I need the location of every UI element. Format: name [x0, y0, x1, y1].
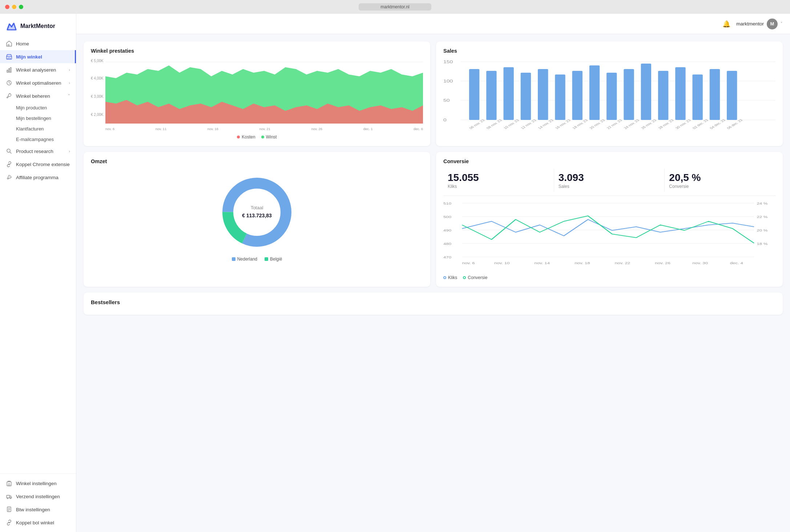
svg-text:510: 510: [443, 202, 451, 205]
sidebar-sub-mijn-producten[interactable]: Mijn producten: [0, 102, 76, 113]
sidebar-item-label-winkel-instellingen: Winkel instellingen: [16, 481, 57, 486]
sales-bar-svg: 150 100 50 0: [443, 58, 775, 138]
line-chart-container: 510 500 490 480 470 24 % 22 % 20 % 18 %: [443, 200, 775, 272]
sidebar-item-label-koppel-chrome: Koppel Chrome extensie: [16, 162, 70, 167]
donut-container: Totaal € 113.723,83 Nederland België: [91, 169, 423, 265]
svg-text:100: 100: [443, 79, 453, 83]
svg-text:08 nov. 23: 08 nov. 23: [485, 118, 503, 129]
legend-conversie-label: Conversie: [468, 275, 487, 280]
sidebar-item-winkel-instellingen[interactable]: Winkel instellingen: [0, 477, 76, 490]
svg-rect-43: [727, 71, 737, 120]
svg-text:490: 490: [443, 229, 451, 232]
minimize-button[interactable]: [12, 5, 16, 9]
svg-text:30 nov. 23: 30 nov. 23: [674, 118, 692, 129]
kliks-value: 15.055: [448, 172, 549, 184]
sidebar-item-label-home: Home: [16, 41, 29, 47]
conversie-stat-sales: 3.093 Sales: [554, 169, 665, 192]
svg-text:18 nov. 23: 18 nov. 23: [571, 118, 589, 129]
area-chart-svg: [105, 58, 423, 124]
legend-kliks-label: Kliks: [448, 275, 457, 280]
kliks-label: Kliks: [448, 184, 549, 189]
sidebar-item-label-winkel-beheren: Winkel beheren: [16, 93, 50, 99]
chevron-right-icon-2: ›: [69, 81, 70, 85]
sales-chart: 150 100 50 0: [443, 58, 775, 138]
sidebar-sub-klantfacturen[interactable]: Klantfacturen: [0, 124, 76, 134]
sidebar-item-label-btw-instellingen: Btw instellingen: [16, 507, 50, 512]
main-content: Winkel prestaties € 5,00K € 4,00K € 3,00…: [76, 34, 790, 532]
svg-text:22 %: 22 %: [757, 215, 767, 219]
sidebar-item-winkel-optimaliseren[interactable]: Winkel optimaliseren ›: [0, 76, 76, 89]
svg-text:nov. 30: nov. 30: [693, 261, 708, 265]
conversie-title: Conversie: [443, 158, 775, 164]
notification-bell-icon[interactable]: 🔔: [722, 20, 730, 28]
legend-kosten-label: Kosten: [242, 134, 255, 140]
sidebar-item-label-winkel-optimaliseren: Winkel optimaliseren: [16, 80, 61, 86]
conversie-card: Conversie 15.055 Kliks 3.093 Sales 20,5 …: [436, 152, 783, 287]
sidebar-item-verzend-instellingen[interactable]: Verzend instellingen: [0, 490, 76, 503]
titlebar: marktmentor.nl: [0, 0, 790, 14]
sidebar-item-product-research[interactable]: Product research ›: [0, 145, 76, 158]
sidebar-bottom: Winkel instellingen Verzend instellingen…: [0, 477, 76, 532]
close-button[interactable]: [5, 5, 9, 9]
x-label-nov16: nov. 16: [207, 127, 218, 131]
sidebar-sub-emailcampagnes[interactable]: E-mailcampagnes: [0, 134, 76, 145]
svg-text:€ 113.723,83: € 113.723,83: [242, 213, 272, 218]
svg-text:24 %: 24 %: [757, 202, 767, 205]
svg-text:nov. 10: nov. 10: [494, 261, 510, 265]
svg-text:nov. 6: nov. 6: [462, 261, 475, 265]
sales-card: Sales 150 100 50 0: [436, 41, 783, 146]
svg-text:Totaal: Totaal: [251, 205, 263, 210]
username-label: marktmentor: [736, 21, 764, 27]
legend-belgie-label: België: [270, 257, 282, 262]
sidebar-item-btw-instellingen[interactable]: Btw instellingen: [0, 503, 76, 516]
legend-winst: Winst: [261, 134, 277, 140]
conversie-stat-kliks: 15.055 Kliks: [443, 169, 554, 192]
legend-kliks-circle: [443, 276, 446, 279]
svg-rect-13: [7, 495, 10, 498]
svg-point-10: [9, 177, 10, 177]
search-icon: [6, 148, 12, 154]
conversie-pct-value: 20,5 %: [669, 172, 771, 184]
sidebar-item-affiliate[interactable]: Affiliate programma: [0, 171, 76, 184]
home-icon: [6, 40, 12, 47]
svg-text:nov. 26: nov. 26: [655, 261, 670, 265]
sidebar-item-mijn-winkel[interactable]: Mijn winkel: [0, 50, 76, 63]
svg-rect-32: [538, 69, 548, 120]
legend-nederland-label: Nederland: [237, 257, 257, 262]
sidebar-item-koppel-bol[interactable]: Koppel bol winkel: [0, 516, 76, 529]
winkel-prestaties-chart: € 5,00K € 4,00K € 3,00K € 2,00K: [91, 58, 423, 131]
svg-rect-30: [503, 67, 513, 120]
maximize-button[interactable]: [19, 5, 23, 9]
sidebar-item-label-winkel-analyseren: Winkel analyseren: [16, 67, 56, 73]
sidebar-item-winkel-beheren[interactable]: Winkel beheren ˅: [0, 89, 76, 102]
sidebar-item-label-affiliate: Affiliate programma: [16, 175, 59, 180]
svg-text:20 nov. 23: 20 nov. 23: [589, 118, 606, 129]
legend-winst-dot: [261, 136, 264, 138]
y-label-4k: € 4,00K: [91, 76, 103, 80]
svg-rect-33: [555, 74, 565, 120]
svg-text:150: 150: [443, 60, 453, 64]
user-menu[interactable]: marktmentor M ˅: [736, 19, 783, 29]
truck-icon: [6, 493, 12, 500]
conversie-pct-label: Conversie: [669, 184, 771, 189]
building-icon: [6, 480, 12, 487]
sidebar-sub-mijn-bestellingen[interactable]: Mijn bestellingen: [0, 113, 76, 124]
svg-rect-29: [486, 71, 496, 120]
legend-winst-label: Winst: [266, 134, 277, 140]
chevron-down-icon: ˅: [68, 94, 70, 98]
legend-conversie-circle: [463, 276, 466, 279]
sidebar-sub-label-klantfacturen: Klantfacturen: [16, 126, 44, 132]
sidebar-item-winkel-analyseren[interactable]: Winkel analyseren ›: [0, 63, 76, 76]
svg-point-15: [10, 498, 11, 499]
sidebar-item-home[interactable]: Home: [0, 37, 76, 50]
sidebar-item-label-product-research: Product research: [16, 149, 53, 154]
sidebar-item-koppel-chrome[interactable]: Koppel Chrome extensie: [0, 158, 76, 171]
donut-svg: Totaal € 113.723,83: [217, 172, 297, 252]
sales-value: 3.093: [559, 172, 660, 184]
svg-text:nov. 18: nov. 18: [575, 261, 590, 265]
url-bar[interactable]: marktmentor.nl: [359, 3, 431, 11]
bestsellers-card: Bestsellers: [84, 293, 783, 315]
conversie-stat-conversie: 20,5 % Conversie: [665, 169, 775, 192]
svg-rect-2: [8, 44, 9, 46]
y-label-2k: € 2,00K: [91, 113, 103, 117]
